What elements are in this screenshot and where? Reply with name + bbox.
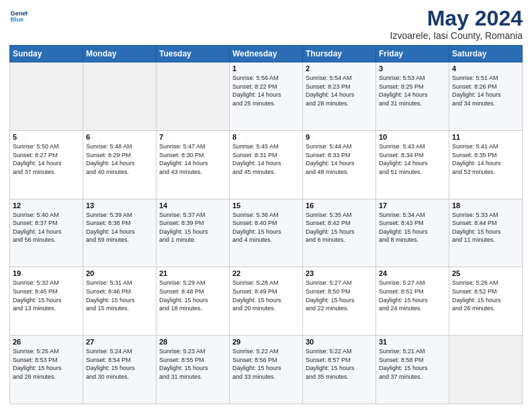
day-number: 19 — [13, 269, 80, 277]
table-row: 23Sunrise: 5:27 AM Sunset: 8:50 PM Dayli… — [303, 267, 376, 336]
table-row: 5Sunrise: 5:50 AM Sunset: 8:27 PM Daylig… — [10, 130, 83, 199]
day-number: 4 — [452, 64, 519, 73]
day-info: Sunrise: 5:48 AM Sunset: 8:29 PM Dayligh… — [86, 142, 153, 176]
calendar-week-row: 5Sunrise: 5:50 AM Sunset: 8:27 PM Daylig… — [10, 130, 523, 199]
day-info: Sunrise: 5:29 AM Sunset: 8:48 PM Dayligh… — [159, 279, 226, 312]
day-info: Sunrise: 5:35 AM Sunset: 8:42 PM Dayligh… — [306, 211, 373, 244]
day-number: 16 — [306, 201, 373, 210]
day-info: Sunrise: 5:28 AM Sunset: 8:49 PM Dayligh… — [232, 279, 300, 312]
day-number: 21 — [159, 269, 226, 277]
day-number: 13 — [86, 201, 153, 210]
day-number: 28 — [159, 338, 226, 346]
logo-icon: General Blue — [9, 7, 28, 26]
subtitle: Izvoarele, Iasi County, Romania — [390, 30, 523, 41]
table-row: 3Sunrise: 5:53 AM Sunset: 8:25 PM Daylig… — [376, 62, 449, 131]
table-row: 30Sunrise: 5:22 AM Sunset: 8:57 PM Dayli… — [303, 336, 376, 404]
calendar-week-row: 26Sunrise: 5:25 AM Sunset: 8:53 PM Dayli… — [10, 336, 523, 404]
day-number: 8 — [232, 133, 300, 141]
day-number: 14 — [159, 201, 226, 210]
day-info: Sunrise: 5:36 AM Sunset: 8:40 PM Dayligh… — [232, 211, 300, 244]
day-info: Sunrise: 5:54 AM Sunset: 8:23 PM Dayligh… — [306, 74, 373, 107]
table-row: 27Sunrise: 5:24 AM Sunset: 8:54 PM Dayli… — [83, 336, 157, 404]
day-number: 10 — [379, 133, 446, 141]
table-row — [449, 336, 523, 404]
svg-text:Blue: Blue — [10, 16, 24, 23]
table-row: 1Sunrise: 5:56 AM Sunset: 8:22 PM Daylig… — [230, 62, 303, 131]
col-saturday: Saturday — [449, 46, 523, 62]
table-row: 29Sunrise: 5:22 AM Sunset: 8:56 PM Dayli… — [230, 336, 303, 404]
table-row: 12Sunrise: 5:40 AM Sunset: 8:37 PM Dayli… — [10, 199, 83, 267]
col-thursday: Thursday — [303, 46, 376, 62]
table-row: 17Sunrise: 5:34 AM Sunset: 8:43 PM Dayli… — [376, 199, 449, 267]
table-row: 22Sunrise: 5:28 AM Sunset: 8:49 PM Dayli… — [230, 267, 303, 336]
table-row: 9Sunrise: 5:44 AM Sunset: 8:33 PM Daylig… — [303, 130, 376, 199]
day-number: 15 — [232, 201, 300, 210]
day-number: 31 — [379, 338, 446, 346]
day-info: Sunrise: 5:39 AM Sunset: 8:38 PM Dayligh… — [86, 211, 153, 244]
day-number: 11 — [452, 133, 519, 141]
main-title: May 2024 — [390, 7, 523, 30]
day-info: Sunrise: 5:33 AM Sunset: 8:44 PM Dayligh… — [452, 211, 519, 244]
col-monday: Monday — [83, 46, 157, 62]
day-number: 29 — [232, 338, 300, 346]
table-row: 6Sunrise: 5:48 AM Sunset: 8:29 PM Daylig… — [83, 130, 157, 199]
calendar-week-row: 19Sunrise: 5:32 AM Sunset: 8:45 PM Dayli… — [10, 267, 523, 336]
day-number: 30 — [306, 338, 373, 346]
calendar-week-row: 12Sunrise: 5:40 AM Sunset: 8:37 PM Dayli… — [10, 199, 523, 267]
table-row: 26Sunrise: 5:25 AM Sunset: 8:53 PM Dayli… — [10, 336, 83, 404]
table-row: 4Sunrise: 5:51 AM Sunset: 8:26 PM Daylig… — [449, 62, 523, 131]
day-number: 27 — [86, 338, 153, 346]
table-row: 31Sunrise: 5:21 AM Sunset: 8:58 PM Dayli… — [376, 336, 449, 404]
calendar-header-row: Sunday Monday Tuesday Wednesday Thursday… — [10, 46, 523, 62]
col-tuesday: Tuesday — [157, 46, 230, 62]
day-info: Sunrise: 5:44 AM Sunset: 8:33 PM Dayligh… — [306, 142, 373, 176]
table-row: 13Sunrise: 5:39 AM Sunset: 8:38 PM Dayli… — [83, 199, 157, 267]
table-row: 25Sunrise: 5:26 AM Sunset: 8:52 PM Dayli… — [449, 267, 523, 336]
day-info: Sunrise: 5:34 AM Sunset: 8:43 PM Dayligh… — [379, 211, 446, 244]
day-number: 1 — [232, 64, 300, 73]
day-number: 24 — [379, 269, 446, 277]
col-wednesday: Wednesday — [230, 46, 303, 62]
day-info: Sunrise: 5:40 AM Sunset: 8:37 PM Dayligh… — [13, 211, 80, 244]
day-info: Sunrise: 5:22 AM Sunset: 8:57 PM Dayligh… — [306, 347, 373, 381]
day-number: 17 — [379, 201, 446, 210]
table-row: 7Sunrise: 5:47 AM Sunset: 8:30 PM Daylig… — [157, 130, 230, 199]
day-info: Sunrise: 5:50 AM Sunset: 8:27 PM Dayligh… — [13, 142, 80, 176]
day-info: Sunrise: 5:51 AM Sunset: 8:26 PM Dayligh… — [452, 74, 519, 107]
table-row: 8Sunrise: 5:45 AM Sunset: 8:31 PM Daylig… — [230, 130, 303, 199]
header: General Blue May 2024 Izvoarele, Iasi Co… — [9, 7, 523, 41]
table-row: 15Sunrise: 5:36 AM Sunset: 8:40 PM Dayli… — [230, 199, 303, 267]
day-number: 23 — [306, 269, 373, 277]
day-info: Sunrise: 5:41 AM Sunset: 8:35 PM Dayligh… — [452, 142, 519, 176]
day-info: Sunrise: 5:32 AM Sunset: 8:45 PM Dayligh… — [13, 279, 80, 312]
day-info: Sunrise: 5:31 AM Sunset: 8:46 PM Dayligh… — [86, 279, 153, 312]
day-number: 20 — [86, 269, 153, 277]
day-number: 26 — [13, 338, 80, 346]
day-info: Sunrise: 5:45 AM Sunset: 8:31 PM Dayligh… — [232, 142, 300, 176]
day-number: 25 — [452, 269, 519, 277]
title-block: May 2024 Izvoarele, Iasi County, Romania — [390, 7, 523, 41]
day-number: 5 — [13, 133, 80, 141]
table-row: 10Sunrise: 5:43 AM Sunset: 8:34 PM Dayli… — [376, 130, 449, 199]
col-sunday: Sunday — [10, 46, 83, 62]
table-row — [10, 62, 83, 131]
table-row: 19Sunrise: 5:32 AM Sunset: 8:45 PM Dayli… — [10, 267, 83, 336]
day-info: Sunrise: 5:47 AM Sunset: 8:30 PM Dayligh… — [159, 142, 226, 176]
table-row: 2Sunrise: 5:54 AM Sunset: 8:23 PM Daylig… — [303, 62, 376, 131]
table-row: 21Sunrise: 5:29 AM Sunset: 8:48 PM Dayli… — [157, 267, 230, 336]
table-row: 18Sunrise: 5:33 AM Sunset: 8:44 PM Dayli… — [449, 199, 523, 267]
calendar-week-row: 1Sunrise: 5:56 AM Sunset: 8:22 PM Daylig… — [10, 62, 523, 131]
table-row: 24Sunrise: 5:27 AM Sunset: 8:51 PM Dayli… — [376, 267, 449, 336]
day-number: 9 — [306, 133, 373, 141]
day-info: Sunrise: 5:23 AM Sunset: 8:55 PM Dayligh… — [159, 347, 226, 381]
day-info: Sunrise: 5:37 AM Sunset: 8:39 PM Dayligh… — [159, 211, 226, 244]
day-number: 3 — [379, 64, 446, 73]
table-row: 28Sunrise: 5:23 AM Sunset: 8:55 PM Dayli… — [157, 336, 230, 404]
day-number: 6 — [86, 133, 153, 141]
day-number: 12 — [13, 201, 80, 210]
day-info: Sunrise: 5:27 AM Sunset: 8:51 PM Dayligh… — [379, 279, 446, 312]
day-info: Sunrise: 5:26 AM Sunset: 8:52 PM Dayligh… — [452, 279, 519, 312]
table-row — [83, 62, 157, 131]
logo: General Blue — [9, 7, 28, 26]
day-number: 2 — [306, 64, 373, 73]
